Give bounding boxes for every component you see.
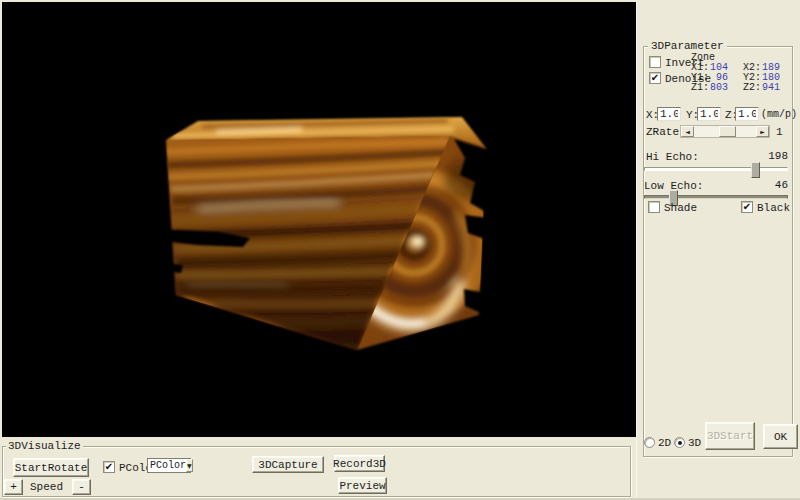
dropdown-arrow-icon[interactable]: ▼ bbox=[186, 459, 193, 472]
denoise-checkbox[interactable]: ✔ bbox=[649, 72, 661, 84]
pcolor-select-value: PColor bbox=[148, 460, 186, 471]
black-checkbox[interactable]: ✔ bbox=[741, 201, 753, 213]
zrate-scrollbar[interactable]: ◄ ► bbox=[680, 125, 770, 138]
speed-plus-button[interactable]: + bbox=[4, 479, 23, 495]
zrate-scrollbar-thumb[interactable] bbox=[719, 126, 736, 137]
shade-label: Shade bbox=[664, 202, 697, 214]
parameter-panel: 3DParameter ✔ Invert ✔ Denoise Zone X1:1… bbox=[636, 0, 800, 500]
3dcapture-button[interactable]: 3DCapture bbox=[252, 456, 324, 473]
zrate-value: 1 bbox=[776, 126, 783, 138]
speed-minus-button[interactable]: - bbox=[72, 479, 91, 495]
scroll-right-icon[interactable]: ► bbox=[756, 126, 769, 137]
check-icon: ✔ bbox=[651, 73, 659, 83]
black-label: Black bbox=[757, 202, 790, 214]
scale-z-input[interactable] bbox=[735, 107, 759, 121]
hi-echo-slider[interactable] bbox=[644, 167, 788, 171]
scale-x-input[interactable] bbox=[657, 107, 681, 121]
scale-unit-label: (mm/p) bbox=[761, 109, 797, 120]
app-window: 3DParameter ✔ Invert ✔ Denoise Zone X1:1… bbox=[0, 0, 800, 500]
mode-3d-label: 3D bbox=[688, 437, 701, 449]
pcolor-select[interactable]: PColor ▼ bbox=[147, 458, 191, 473]
low-echo-value: 46 bbox=[757, 179, 788, 191]
hi-echo-slider-thumb[interactable] bbox=[751, 162, 760, 178]
visualize-groupbox-title: 3DVisualize bbox=[6, 440, 83, 452]
volume-3d-view[interactable] bbox=[2, 2, 636, 437]
hi-echo-label: Hi Echo: bbox=[646, 151, 699, 163]
check-icon: ✔ bbox=[105, 462, 113, 472]
mode-2d-label: 2D bbox=[658, 437, 671, 449]
scale-y-input[interactable] bbox=[697, 107, 721, 121]
zrate-scrollbar-track[interactable] bbox=[694, 126, 756, 137]
preview-button[interactable]: Preview bbox=[338, 477, 387, 494]
hi-echo-value: 198 bbox=[757, 150, 788, 162]
ok-button[interactable]: OK bbox=[763, 424, 798, 449]
zone-row-z: Z1:803Z2:941 bbox=[691, 83, 780, 93]
visualize-panel: 3DVisualize StartRotate + Speed - ✔ PCol… bbox=[0, 437, 636, 500]
mode-3d-radio[interactable] bbox=[674, 437, 685, 448]
zrate-label: ZRate bbox=[646, 126, 679, 138]
volume-render bbox=[2, 2, 636, 437]
record3d-button[interactable]: Record3D bbox=[334, 455, 385, 472]
pcolor-checkbox[interactable]: ✔ bbox=[103, 461, 115, 473]
scroll-left-icon[interactable]: ◄ bbox=[681, 126, 694, 137]
mode-2d-radio[interactable] bbox=[644, 437, 655, 448]
check-icon: ✔ bbox=[743, 202, 751, 212]
parameter-groupbox-title: 3DParameter bbox=[648, 40, 727, 52]
invert-checkbox[interactable]: ✔ bbox=[649, 56, 661, 68]
start-rotate-button[interactable]: StartRotate bbox=[13, 458, 89, 477]
shade-checkbox[interactable]: ✔ bbox=[648, 201, 660, 213]
low-echo-slider[interactable] bbox=[644, 195, 788, 199]
speed-label: Speed bbox=[30, 481, 63, 493]
3dstart-button[interactable]: 3DStart bbox=[705, 422, 755, 450]
